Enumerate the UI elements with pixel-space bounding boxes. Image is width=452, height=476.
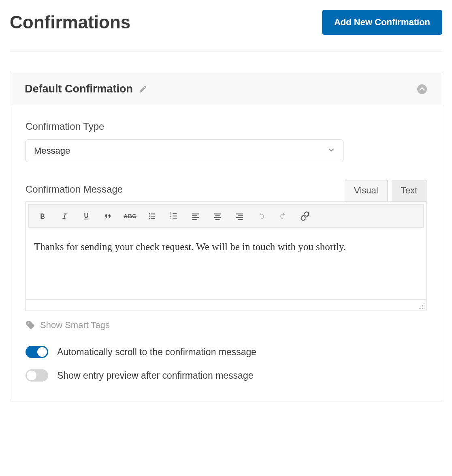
svg-point-33	[422, 308, 423, 309]
redo-button[interactable]	[273, 208, 293, 224]
svg-rect-13	[192, 214, 199, 214]
message-textarea[interactable]: Thanks for sending your check request. W…	[26, 230, 426, 299]
panel-body: Confirmation Type Message Confirmation M…	[10, 106, 442, 401]
svg-rect-20	[215, 219, 220, 220]
svg-text:3: 3	[170, 217, 172, 219]
svg-rect-23	[236, 217, 243, 218]
page-title: Confirmations	[10, 12, 130, 32]
numbered-list-button[interactable]: 123	[164, 208, 183, 224]
entry-preview-label: Show entry preview after confirmation me…	[57, 370, 254, 381]
bold-button[interactable]	[33, 208, 52, 224]
panel-title: Default Confirmation	[25, 83, 133, 95]
svg-point-31	[419, 308, 420, 309]
svg-point-0	[417, 84, 427, 94]
auto-scroll-row: Automatically scroll to the confirmation…	[26, 346, 426, 358]
svg-point-28	[420, 307, 421, 307]
svg-rect-21	[236, 214, 243, 214]
svg-point-30	[424, 307, 424, 307]
svg-rect-24	[238, 219, 243, 220]
editor-toolbar: ABC 123	[28, 204, 424, 228]
panel-header[interactable]: Default Confirmation	[10, 72, 442, 106]
align-center-button[interactable]	[208, 208, 227, 224]
svg-rect-15	[192, 217, 199, 218]
entry-preview-row: Show entry preview after confirmation me…	[26, 369, 426, 382]
confirmation-type-select[interactable]: Message	[26, 139, 343, 162]
svg-rect-11	[173, 216, 177, 217]
entry-preview-toggle[interactable]	[26, 369, 48, 382]
rich-text-editor: ABC 123	[26, 202, 426, 311]
editor-statusbar	[26, 299, 426, 311]
undo-button[interactable]	[252, 208, 271, 224]
align-left-button[interactable]	[186, 208, 205, 224]
bulleted-list-button[interactable]	[142, 208, 162, 224]
tag-icon	[26, 320, 35, 330]
pencil-icon[interactable]	[139, 85, 147, 94]
svg-point-29	[422, 307, 423, 307]
svg-point-32	[420, 308, 421, 309]
svg-point-1	[149, 213, 150, 214]
smart-tags-toggle[interactable]: Show Smart Tags	[26, 320, 426, 330]
link-button[interactable]	[295, 208, 315, 224]
svg-point-26	[422, 305, 423, 306]
svg-rect-5	[151, 216, 155, 217]
svg-point-2	[149, 216, 150, 217]
svg-rect-14	[192, 215, 197, 216]
page-header: Confirmations Add New Confirmation	[10, 10, 442, 51]
smart-tags-label: Show Smart Tags	[40, 320, 110, 330]
strikethrough-button[interactable]: ABC	[120, 208, 140, 224]
align-right-button[interactable]	[230, 208, 249, 224]
svg-point-3	[149, 218, 150, 219]
underline-button[interactable]	[77, 208, 96, 224]
editor-tabs: Visual Text	[345, 180, 426, 202]
svg-rect-16	[192, 219, 197, 220]
confirmation-type-label: Confirmation Type	[26, 121, 426, 132]
add-new-confirmation-button[interactable]: Add New Confirmation	[322, 10, 442, 35]
resize-handle-icon[interactable]	[418, 302, 425, 310]
tab-visual[interactable]: Visual	[345, 180, 388, 202]
svg-rect-17	[214, 214, 221, 214]
svg-rect-22	[238, 215, 243, 216]
svg-rect-19	[214, 217, 221, 218]
svg-point-25	[424, 303, 424, 304]
confirmation-message-label: Confirmation Message	[26, 184, 123, 195]
svg-point-27	[424, 305, 424, 306]
svg-rect-12	[173, 218, 177, 219]
svg-point-34	[424, 308, 424, 309]
confirmation-panel: Default Confirmation Confirmation Type M…	[10, 72, 442, 401]
italic-button[interactable]	[55, 208, 74, 224]
svg-rect-6	[151, 218, 155, 219]
svg-rect-4	[151, 214, 155, 214]
chevron-up-icon[interactable]	[417, 84, 427, 94]
svg-rect-18	[215, 215, 220, 216]
auto-scroll-toggle[interactable]	[26, 346, 48, 358]
svg-rect-10	[173, 213, 177, 214]
tab-text[interactable]: Text	[392, 180, 426, 202]
auto-scroll-label: Automatically scroll to the confirmation…	[57, 347, 256, 358]
blockquote-button[interactable]	[98, 208, 118, 224]
